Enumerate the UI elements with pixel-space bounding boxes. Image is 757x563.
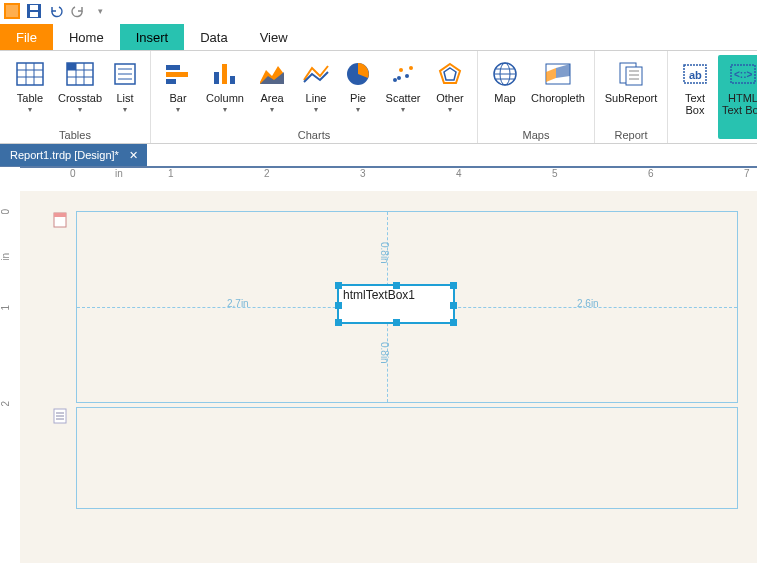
svg-rect-52	[54, 213, 66, 217]
ribbon-tab-bar: File Home Insert Data View	[0, 22, 757, 51]
guide-label-left: 2.7in	[227, 298, 249, 309]
tab-home[interactable]: Home	[53, 24, 120, 50]
resize-handle[interactable]	[335, 282, 342, 289]
list-icon	[109, 58, 141, 90]
choropleth-button[interactable]: Choropleth	[528, 55, 588, 127]
svg-rect-3	[30, 12, 38, 17]
report-page: 2.7in 2.6in 0.8in 0.8in htmlTextBox1	[76, 211, 736, 511]
tab-data[interactable]: Data	[184, 24, 243, 50]
line-button[interactable]: Line▾	[295, 55, 337, 127]
scatter-chart-icon	[387, 58, 419, 90]
pie-label: Pie	[350, 92, 366, 104]
subreport-icon	[615, 58, 647, 90]
map-label: Map	[494, 92, 515, 104]
vertical-ruler[interactable]: 0 in 1 2	[0, 191, 21, 563]
resize-handle[interactable]	[335, 319, 342, 326]
svg-text:ab: ab	[689, 69, 702, 81]
area-button[interactable]: Area▾	[251, 55, 293, 127]
other-chart-button[interactable]: Other▾	[429, 55, 471, 127]
dropdown-arrow-icon: ▾	[270, 105, 274, 114]
svg-rect-41	[626, 67, 642, 85]
textbox-icon: ab	[679, 58, 711, 90]
pie-button[interactable]: Pie▾	[339, 55, 377, 127]
html-textbox-element[interactable]: htmlTextBox1	[337, 284, 455, 324]
list-label: List	[116, 92, 133, 104]
tab-file[interactable]: File	[0, 24, 53, 50]
close-icon[interactable]: ✕	[127, 148, 141, 162]
ruler-tick: 4	[456, 168, 462, 179]
tab-view[interactable]: View	[244, 24, 304, 50]
crosstab-label: Crosstab	[58, 92, 102, 104]
guide-label-bottom: 0.8in	[379, 342, 390, 364]
undo-icon[interactable]	[48, 3, 64, 19]
resize-handle[interactable]	[450, 302, 457, 309]
svg-point-31	[397, 76, 401, 80]
save-icon[interactable]	[26, 3, 42, 19]
ruler-tick: 1	[0, 305, 11, 311]
svg-rect-21	[166, 72, 188, 77]
ruler-unit: in	[0, 253, 11, 261]
textbox-button[interactable]: abText Box	[674, 55, 716, 139]
subreport-button[interactable]: SubReport	[601, 55, 661, 127]
svg-text:<::>: <::>	[734, 69, 753, 80]
resize-handle[interactable]	[450, 282, 457, 289]
qat-dropdown-icon[interactable]: ▾	[92, 3, 108, 19]
resize-handle[interactable]	[393, 282, 400, 289]
body-section[interactable]	[76, 407, 738, 509]
resize-handle[interactable]	[335, 302, 342, 309]
subreport-label: SubReport	[605, 92, 658, 104]
dropdown-arrow-icon: ▾	[314, 105, 318, 114]
app-icon	[4, 3, 20, 19]
svg-point-29	[405, 74, 409, 78]
svg-rect-22	[166, 79, 176, 84]
ruler-tick: 6	[648, 168, 654, 179]
resize-handle[interactable]	[450, 319, 457, 326]
document-tab[interactable]: Report1.trdp [Design]* ✕	[0, 144, 147, 166]
svg-rect-5	[17, 63, 43, 85]
svg-rect-25	[230, 76, 235, 84]
dropdown-arrow-icon: ▾	[78, 105, 82, 114]
bar-button[interactable]: Bar▾	[157, 55, 199, 127]
map-button[interactable]: Map	[484, 55, 526, 127]
pie-chart-icon	[342, 58, 374, 90]
ruler-tick: 0	[0, 209, 11, 215]
column-label: Column	[206, 92, 244, 104]
column-chart-icon	[209, 58, 241, 90]
svg-rect-11	[67, 63, 76, 70]
design-canvas[interactable]: 2.7in 2.6in 0.8in 0.8in htmlTextBox1	[20, 191, 757, 563]
choropleth-icon	[542, 58, 574, 90]
horizontal-ruler[interactable]: 0 in 1 2 3 4 5 6 7	[20, 167, 757, 193]
svg-point-28	[399, 68, 403, 72]
body-section-icon	[53, 408, 69, 424]
resize-handle[interactable]	[393, 319, 400, 326]
svg-point-30	[409, 66, 413, 70]
header-section[interactable]: 2.7in 2.6in 0.8in 0.8in htmlTextBox1	[76, 211, 738, 403]
quick-access-toolbar: ▾	[0, 0, 757, 22]
html-textbox-button[interactable]: <::>HTML Text Box	[718, 55, 757, 139]
header-section-icon	[53, 212, 69, 228]
tab-insert[interactable]: Insert	[120, 24, 185, 50]
crosstab-button[interactable]: Crosstab▾	[56, 55, 104, 127]
ruler-tick: 0	[70, 168, 76, 179]
area-chart-icon	[256, 58, 288, 90]
ruler-tick: 1	[168, 168, 174, 179]
dropdown-arrow-icon: ▾	[28, 105, 32, 114]
line-chart-icon	[300, 58, 332, 90]
html-textbox-icon: <::>	[727, 58, 757, 90]
scatter-label: Scatter	[386, 92, 421, 104]
list-button[interactable]: List▾	[106, 55, 144, 127]
ruler-tick: 2	[264, 168, 270, 179]
svg-rect-1	[6, 5, 18, 17]
group-charts-label: Charts	[157, 127, 471, 141]
scatter-button[interactable]: Scatter▾	[379, 55, 427, 127]
svg-rect-23	[214, 72, 219, 84]
ruler-tick: 5	[552, 168, 558, 179]
dropdown-arrow-icon: ▾	[448, 105, 452, 114]
table-button[interactable]: Table▾	[6, 55, 54, 127]
area-label: Area	[260, 92, 283, 104]
dropdown-arrow-icon: ▾	[223, 105, 227, 114]
redo-icon[interactable]	[70, 3, 86, 19]
svg-point-27	[393, 78, 397, 82]
column-button[interactable]: Column▾	[201, 55, 249, 127]
crosstab-icon	[64, 58, 96, 90]
